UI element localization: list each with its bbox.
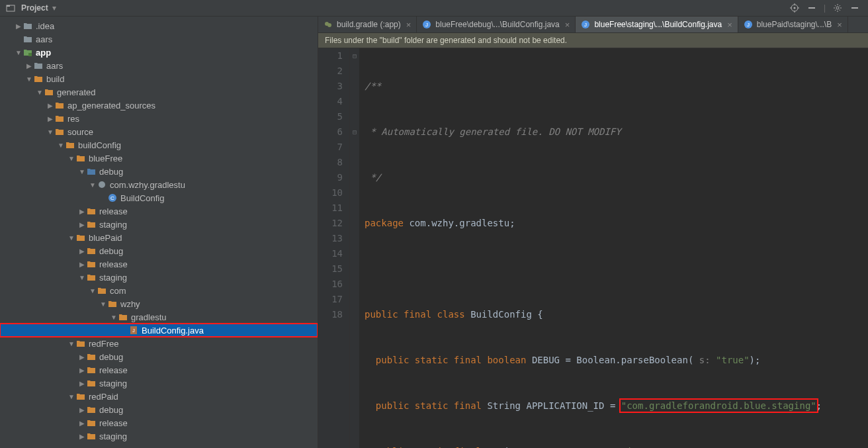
tree-item[interactable]: ▶res: [0, 112, 318, 125]
expand-arrow-icon[interactable]: ▼: [78, 168, 86, 175]
hide-icon[interactable]: [849, 3, 860, 13]
expand-arrow-icon[interactable]: ▶: [78, 420, 86, 427]
tree-item[interactable]: ▼debug: [0, 165, 318, 178]
file-icon: [324, 20, 333, 29]
tree-item[interactable]: JBuildConfig.java: [0, 324, 318, 337]
tree-item[interactable]: ▼gradlestu: [0, 310, 318, 324]
expand-arrow-icon[interactable]: ▼: [99, 300, 107, 308]
tree-item[interactable]: ▼source: [0, 125, 318, 138]
file-icon: J: [422, 20, 431, 29]
tree-item[interactable]: ▶staging: [0, 429, 318, 443]
collapse-icon[interactable]: [806, 3, 817, 13]
tree-item[interactable]: ▼generated: [0, 85, 318, 99]
close-icon[interactable]: ×: [406, 20, 412, 30]
locate-icon[interactable]: [789, 3, 800, 13]
close-icon[interactable]: ×: [837, 20, 842, 30]
editor-tab[interactable]: JblueFree\staging\...\BuildConfig.java×: [576, 17, 738, 32]
file-type-icon: [33, 60, 44, 71]
editor-tab[interactable]: build.gradle (:app)×: [318, 17, 417, 32]
fold-gutter[interactable]: ⊟⊟: [350, 48, 359, 448]
dropdown-icon[interactable]: ▾: [52, 3, 56, 13]
file-icon: J: [581, 20, 590, 29]
expand-arrow-icon[interactable]: ▶: [78, 353, 86, 361]
tree-item[interactable]: ▼com.wzhy.gradlestu: [0, 178, 318, 191]
project-label: Project: [21, 3, 48, 13]
gear-icon[interactable]: [832, 3, 843, 13]
tree-item[interactable]: ▶debug: [0, 350, 318, 363]
tree-item[interactable]: ▶aars: [0, 59, 318, 72]
tree-item[interactable]: ▶staging: [0, 218, 318, 231]
tree-item[interactable]: aars: [0, 32, 318, 46]
tree-label: BuildConfig.java: [142, 326, 204, 336]
generated-file-banner: Files under the "build" folder are gener…: [318, 33, 868, 48]
expand-arrow-icon[interactable]: ▼: [46, 128, 54, 136]
file-type-icon: [65, 140, 75, 150]
expand-arrow-icon[interactable]: ▶: [78, 380, 86, 387]
tree-item[interactable]: ▶debug: [0, 403, 318, 416]
tree-item[interactable]: ▶debug: [0, 244, 318, 257]
expand-arrow-icon[interactable]: ▶: [46, 102, 54, 109]
tree-label: BuildConfig: [120, 193, 165, 203]
tree-item[interactable]: ▼buildConfig: [0, 138, 318, 152]
tree-item[interactable]: ▶ap_generated_sources: [0, 99, 318, 112]
code-content[interactable]: /** * Automatically generated file. DO N…: [359, 48, 868, 448]
tree-item[interactable]: ▼bluePaid: [0, 231, 318, 244]
tree-label: bluePaid: [89, 233, 122, 243]
tree-item[interactable]: ▶release: [0, 257, 318, 271]
expand-arrow-icon[interactable]: ▶: [78, 247, 86, 255]
project-tree[interactable]: ▶.ideaaars▼app▶aars▼build▼generated▶ap_g…: [0, 17, 318, 448]
close-icon[interactable]: ×: [565, 20, 570, 30]
tree-item[interactable]: ▶release: [0, 204, 318, 218]
tree-item[interactable]: ▶.idea: [0, 19, 318, 32]
expand-arrow-icon[interactable]: ▼: [67, 393, 75, 400]
svg-point-18: [327, 23, 331, 27]
expand-arrow-icon[interactable]: ▶: [15, 22, 22, 30]
expand-arrow-icon[interactable]: ▼: [78, 274, 86, 281]
editor-tab[interactable]: JbluePaid\staging\...\B×: [738, 17, 848, 32]
expand-arrow-icon[interactable]: ▼: [67, 155, 75, 162]
expand-arrow-icon[interactable]: ▼: [110, 314, 118, 321]
tree-item[interactable]: ▼build: [0, 72, 318, 85]
tree-item[interactable]: ▶staging: [0, 377, 318, 390]
expand-arrow-icon[interactable]: ▼: [89, 181, 97, 189]
expand-arrow-icon[interactable]: ▶: [78, 208, 86, 215]
expand-arrow-icon[interactable]: ▼: [25, 75, 33, 83]
expand-arrow-icon[interactable]: ▶: [78, 221, 86, 228]
tree-item[interactable]: ▼com: [0, 284, 318, 297]
expand-arrow-icon[interactable]: ▼: [15, 49, 22, 56]
expand-arrow-icon[interactable]: ▶: [78, 406, 86, 414]
tree-item[interactable]: ▼staging: [0, 271, 318, 284]
file-type-icon: [86, 418, 97, 428]
expand-arrow-icon[interactable]: ▼: [36, 89, 44, 96]
expand-arrow-icon[interactable]: ▶: [78, 433, 86, 440]
expand-arrow-icon[interactable]: ▼: [67, 234, 75, 242]
expand-arrow-icon[interactable]: ▶: [46, 115, 54, 122]
expand-arrow-icon[interactable]: ▶: [78, 261, 86, 268]
tree-item[interactable]: ▼redFree: [0, 337, 318, 350]
project-toolbar: Project ▾ |: [0, 0, 868, 17]
tree-item[interactable]: CBuildConfig: [0, 191, 318, 204]
tree-item[interactable]: ▶release: [0, 363, 318, 377]
file-type-icon: [86, 219, 97, 230]
expand-arrow-icon[interactable]: ▼: [89, 287, 97, 294]
tree-label: release: [99, 206, 128, 216]
expand-arrow-icon[interactable]: ▶: [25, 62, 33, 69]
expand-arrow-icon[interactable]: ▼: [67, 340, 75, 347]
expand-arrow-icon[interactable]: ▼: [57, 142, 65, 149]
tree-label: debug: [99, 352, 123, 362]
expand-arrow-icon[interactable]: ▶: [78, 367, 86, 374]
tree-label: redFree: [89, 339, 119, 349]
tab-label: blueFree\debug\...\BuildConfig.java: [435, 20, 559, 29]
code-editor[interactable]: 123456789101112131415161718 ⊟⊟ /** * Aut…: [318, 48, 868, 448]
tree-item[interactable]: ▼blueFree: [0, 152, 318, 165]
tree-label: source: [67, 127, 93, 137]
tree-item[interactable]: ▼app: [0, 46, 318, 59]
close-icon[interactable]: ×: [727, 20, 732, 30]
editor-tabs: build.gradle (:app)×JblueFree\debug\...\…: [318, 17, 868, 33]
tree-item[interactable]: ▼wzhy: [0, 297, 318, 310]
tree-item[interactable]: ▶release: [0, 416, 318, 429]
editor-tab[interactable]: JblueFree\debug\...\BuildConfig.java×: [417, 17, 576, 32]
file-type-icon: [75, 391, 86, 402]
tree-item[interactable]: ▼redPaid: [0, 390, 318, 403]
file-type-icon: [86, 259, 97, 269]
